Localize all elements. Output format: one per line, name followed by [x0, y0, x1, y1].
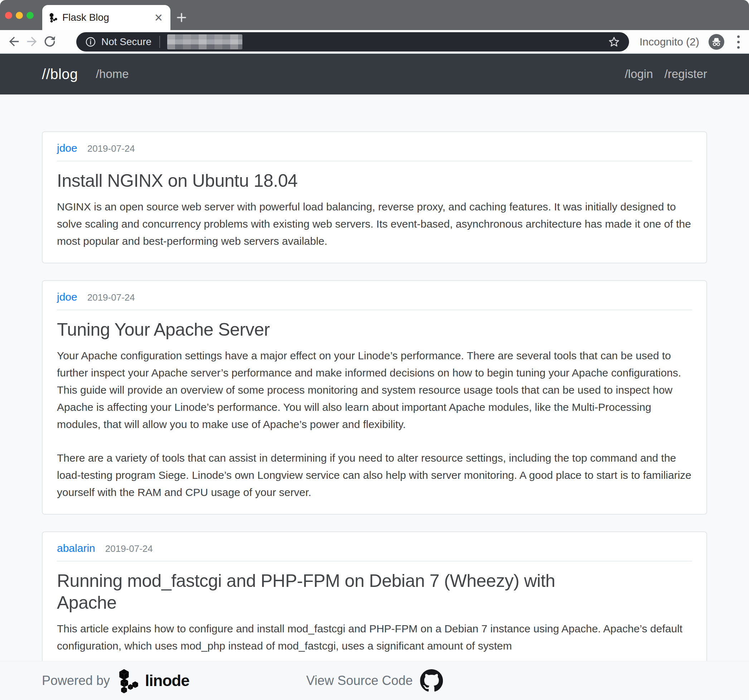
url-separator: [159, 36, 160, 48]
page-footer: Powered by .grn .ctop{fill:#0c0d0f}.grn …: [0, 661, 749, 700]
powered-by-label: Powered by: [42, 673, 110, 688]
post-title: Tuning Your Apache Server: [57, 319, 587, 341]
post-author-link[interactable]: jdoe: [57, 142, 77, 154]
post-card: abalarin 2019-07-24 Running mod_fastcgi …: [42, 531, 707, 668]
nav-register-link[interactable]: /register: [665, 67, 707, 81]
incognito-count-label: Incognito (2): [639, 36, 699, 48]
post-card: jdoe 2019-07-24 Install NGINX on Ubuntu …: [42, 131, 707, 264]
minimize-window-button[interactable]: [16, 12, 23, 19]
zoom-window-button[interactable]: [26, 12, 34, 19]
post-meta: abalarin 2019-07-24: [57, 542, 692, 554]
post-excerpt: This article explains how to configure a…: [57, 620, 692, 654]
linode-logo-icon: .grn .ctop{fill:#0c0d0f}.grn .cleft{fill…: [115, 667, 139, 694]
navbar-right: /login /register: [625, 67, 707, 81]
new-tab-button[interactable]: [174, 10, 189, 25]
bookmark-button[interactable]: [608, 35, 621, 48]
site-navbar: //blog /home /login /register: [0, 54, 749, 95]
info-icon: [85, 36, 96, 47]
page-content: jdoe 2019-07-24 Install NGINX on Ubuntu …: [0, 95, 749, 700]
post-author-link[interactable]: jdoe: [57, 291, 77, 303]
browser-titlebar: .fav .ctop{fill:#060607}.fav .cleft{fill…: [0, 0, 749, 30]
toolbar-right-cluster: Incognito (2): [639, 30, 743, 54]
post-date: 2019-07-24: [87, 292, 135, 303]
meta-divider: [57, 161, 692, 162]
post-excerpt: NGINX is an open source web server with …: [57, 198, 692, 250]
address-bar[interactable]: Not Secure: [76, 32, 629, 52]
back-arrow-icon: [7, 34, 21, 49]
post-card: jdoe 2019-07-24 Tuning Your Apache Serve…: [42, 280, 707, 515]
browser-tab[interactable]: .fav .ctop{fill:#060607}.fav .cleft{fill…: [42, 5, 170, 30]
navbar-left: //blog /home: [42, 66, 129, 82]
post-excerpt: There are a variety of tools that can as…: [57, 450, 692, 501]
post-meta: jdoe 2019-07-24: [57, 142, 692, 154]
tab-title: Flask Blog: [62, 12, 151, 23]
back-button[interactable]: [5, 32, 23, 50]
post-date: 2019-07-24: [87, 143, 135, 154]
plus-icon: [175, 11, 188, 24]
security-status-label: Not Secure: [101, 36, 151, 47]
tab-close-icon[interactable]: ×: [155, 11, 162, 24]
close-window-button[interactable]: [5, 12, 12, 19]
forward-button[interactable]: [23, 32, 41, 50]
browser-menu-button[interactable]: [734, 34, 743, 50]
linode-wordmark: linode: [145, 672, 190, 689]
forward-arrow-icon: [25, 34, 39, 49]
browser-window: .fav .ctop{fill:#060607}.fav .cleft{fill…: [0, 0, 749, 700]
favicon-linode-icon: .fav .ctop{fill:#060607}.fav .cleft{fill…: [48, 12, 57, 23]
post-date: 2019-07-24: [105, 543, 153, 554]
browser-toolbar: Not Secure Incognito (2): [0, 30, 749, 54]
window-controls: [5, 12, 34, 19]
nav-home-link[interactable]: /home: [96, 67, 129, 81]
reload-icon: [43, 35, 57, 48]
post-author-link[interactable]: abalarin: [57, 542, 95, 554]
incognito-avatar[interactable]: [709, 34, 724, 50]
powered-by[interactable]: Powered by .grn .ctop{fill:#0c0d0f}.grn …: [42, 667, 190, 694]
post-excerpt: Your Apache configuration settings have …: [57, 347, 692, 433]
incognito-icon: [710, 36, 723, 48]
post-title: Install NGINX on Ubuntu 18.04: [57, 170, 587, 192]
reload-button[interactable]: [41, 32, 59, 50]
star-icon: [608, 35, 621, 48]
github-icon[interactable]: [420, 669, 443, 692]
meta-divider: [57, 561, 692, 561]
source-code-link[interactable]: View Source Code: [306, 669, 443, 692]
post-meta: jdoe 2019-07-24: [57, 291, 692, 303]
brand-link[interactable]: //blog: [42, 66, 78, 82]
meta-divider: [57, 310, 692, 310]
source-code-label[interactable]: View Source Code: [306, 673, 413, 688]
nav-login-link[interactable]: /login: [625, 67, 653, 81]
post-title: Running mod_fastcgi and PHP-FPM on Debia…: [57, 570, 587, 614]
redacted-url: [167, 34, 242, 49]
